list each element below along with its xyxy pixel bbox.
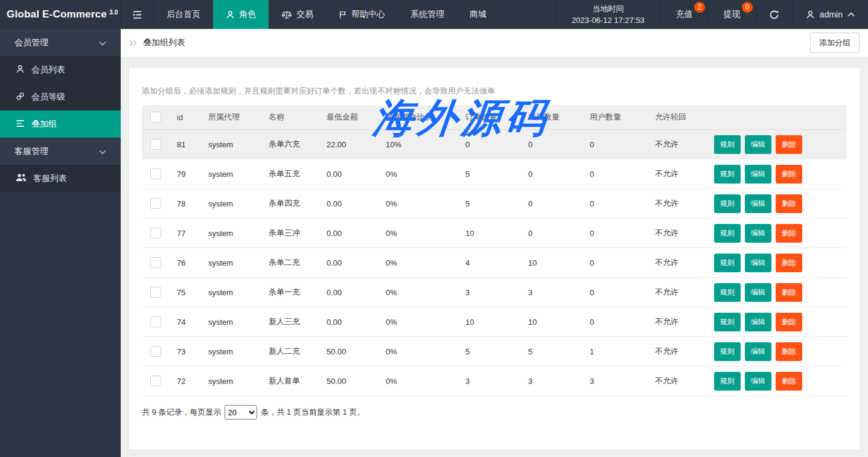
group-list-card: 添加分组后，必须添加规则，并且规则需要对应好订单个数，若出现不对称情况，会导致用… bbox=[129, 68, 860, 449]
cell-name: 杀单二充 bbox=[264, 248, 322, 278]
withdraw-button[interactable]: 提现 0 bbox=[708, 0, 756, 29]
cell-user_count: 3 bbox=[585, 366, 650, 396]
sidebar-item-会员等级[interactable]: 会员等级 bbox=[0, 83, 121, 110]
sidebar-group-2[interactable]: 客服管理 bbox=[0, 138, 121, 165]
hamburger-icon bbox=[132, 10, 142, 19]
row-checkbox[interactable] bbox=[150, 168, 161, 179]
cell-allow_cycle: 不允许 bbox=[650, 189, 709, 219]
sidebar-item-label: 叠加组 bbox=[31, 119, 57, 130]
table-row: 79system杀单五充0.000%500不允许规则编辑删除 bbox=[142, 159, 847, 189]
brand-logo: Global E-Commerce 3.0 bbox=[0, 0, 121, 29]
edit-button[interactable]: 编辑 bbox=[745, 313, 771, 331]
rules-button[interactable]: 规则 bbox=[714, 194, 741, 213]
per-page-select[interactable]: 20 bbox=[225, 405, 257, 420]
cell-min_commission: 10% bbox=[381, 130, 461, 159]
nav-item-3[interactable]: 交易 bbox=[269, 0, 326, 29]
delete-button[interactable]: 删除 bbox=[776, 342, 802, 361]
row-checkbox[interactable] bbox=[150, 316, 161, 327]
rules-button[interactable]: 规则 bbox=[714, 342, 741, 361]
column-header: id bbox=[172, 105, 203, 130]
cell-min_commission: 0% bbox=[381, 307, 461, 337]
chevron-down-icon bbox=[99, 38, 106, 48]
sidebar: 会员管理会员列表会员等级叠加组客服管理客服列表 bbox=[0, 29, 121, 457]
sidebar-toggle-button[interactable] bbox=[121, 0, 154, 29]
cell-min_amount: 22.00 bbox=[322, 130, 381, 159]
withdraw-label: 提现 bbox=[724, 9, 741, 20]
cell-order_count: 3 bbox=[461, 278, 523, 307]
cell-actions: 规则编辑删除 bbox=[709, 159, 847, 189]
cell-name: 杀单五充 bbox=[264, 159, 322, 189]
delete-button[interactable]: 删除 bbox=[776, 254, 802, 272]
add-group-button[interactable]: 添加分组 bbox=[810, 33, 860, 53]
cell-actions: 规则编辑删除 bbox=[709, 189, 847, 219]
user-menu[interactable]: admin bbox=[792, 0, 868, 29]
cell-allow_cycle: 不允许 bbox=[650, 278, 709, 307]
cell-id: 72 bbox=[172, 366, 203, 396]
delete-button[interactable]: 删除 bbox=[776, 313, 802, 331]
row-checkbox[interactable] bbox=[150, 346, 161, 357]
nav-item-4[interactable]: 帮助中心 bbox=[326, 0, 398, 29]
cell-min_amount: 0.00 bbox=[322, 278, 381, 307]
sidebar-item-会员列表[interactable]: 会员列表 bbox=[0, 56, 121, 83]
cell-agent: system bbox=[203, 307, 264, 337]
cell-id: 74 bbox=[172, 307, 203, 337]
pagination-prefix: 共 9 条记录，每页显示 bbox=[142, 407, 221, 418]
cell-min_amount: 0.00 bbox=[322, 159, 381, 189]
cell-rule_count: 0 bbox=[523, 130, 585, 159]
rules-button[interactable]: 规则 bbox=[714, 254, 741, 272]
nav-item-6[interactable]: 商城 bbox=[457, 0, 499, 29]
delete-button[interactable]: 删除 bbox=[776, 224, 802, 243]
row-checkbox[interactable] bbox=[150, 287, 161, 298]
rules-button[interactable]: 规则 bbox=[714, 135, 741, 154]
cell-agent: system bbox=[203, 366, 264, 396]
cell-order_count: 5 bbox=[461, 189, 523, 219]
nav-item-label: 角色 bbox=[239, 9, 256, 20]
delete-button[interactable]: 删除 bbox=[776, 165, 802, 184]
edit-button[interactable]: 编辑 bbox=[745, 342, 771, 361]
local-time-label: 当地时间 bbox=[572, 3, 645, 14]
row-checkbox[interactable] bbox=[150, 228, 161, 238]
row-checkbox[interactable] bbox=[150, 198, 161, 209]
row-checkbox[interactable] bbox=[150, 139, 161, 150]
nav-item-label: 商城 bbox=[470, 9, 487, 20]
select-all-checkbox[interactable] bbox=[150, 112, 161, 123]
edit-button[interactable]: 编辑 bbox=[745, 372, 771, 391]
cell-name: 杀单四充 bbox=[264, 189, 322, 219]
edit-button[interactable]: 编辑 bbox=[745, 194, 771, 213]
refresh-button[interactable] bbox=[756, 0, 792, 29]
row-checkbox[interactable] bbox=[150, 257, 161, 268]
rules-button[interactable]: 规则 bbox=[714, 165, 741, 184]
edit-button[interactable]: 编辑 bbox=[745, 165, 771, 184]
sidebar-group-1[interactable]: 会员管理 bbox=[0, 29, 121, 56]
delete-button[interactable]: 删除 bbox=[776, 135, 802, 154]
delete-button[interactable]: 删除 bbox=[776, 372, 802, 391]
sidebar-item-叠加组[interactable]: 叠加组 bbox=[0, 110, 121, 138]
cell-user_count: 0 bbox=[585, 248, 650, 278]
sidebar-group-label: 客服管理 bbox=[14, 146, 48, 157]
rules-button[interactable]: 规则 bbox=[714, 372, 741, 391]
edit-button[interactable]: 编辑 bbox=[745, 254, 771, 272]
recharge-button[interactable]: 充值 2 bbox=[660, 0, 708, 29]
edit-button[interactable]: 编辑 bbox=[745, 283, 771, 302]
sidebar-item-客服列表[interactable]: 客服列表 bbox=[0, 165, 121, 192]
delete-button[interactable]: 删除 bbox=[776, 283, 802, 302]
row-checkbox[interactable] bbox=[150, 376, 161, 386]
nav-item-5[interactable]: 系统管理 bbox=[398, 0, 457, 29]
cell-id: 81 bbox=[172, 130, 203, 159]
cell-user_count: 0 bbox=[585, 307, 650, 337]
rules-button[interactable]: 规则 bbox=[714, 224, 741, 243]
table-header-row: id所属代理名称最低金额最低佣金比例订单数量规则数量用户数量允许轮回 bbox=[142, 105, 847, 130]
username: admin bbox=[820, 10, 843, 19]
rules-button[interactable]: 规则 bbox=[714, 313, 741, 331]
edit-button[interactable]: 编辑 bbox=[745, 224, 771, 243]
delete-button[interactable]: 删除 bbox=[776, 194, 802, 213]
cell-allow_cycle: 不允许 bbox=[650, 219, 709, 248]
sidebar-item-label: 客服列表 bbox=[33, 173, 67, 184]
cell-rule_count: 0 bbox=[523, 159, 585, 189]
edit-button[interactable]: 编辑 bbox=[745, 135, 771, 154]
flag-icon bbox=[339, 10, 347, 19]
nav-item-2[interactable]: 角色 bbox=[213, 0, 269, 29]
cell-agent: system bbox=[203, 337, 264, 366]
rules-button[interactable]: 规则 bbox=[714, 283, 741, 302]
nav-item-1[interactable]: 后台首页 bbox=[154, 0, 213, 29]
